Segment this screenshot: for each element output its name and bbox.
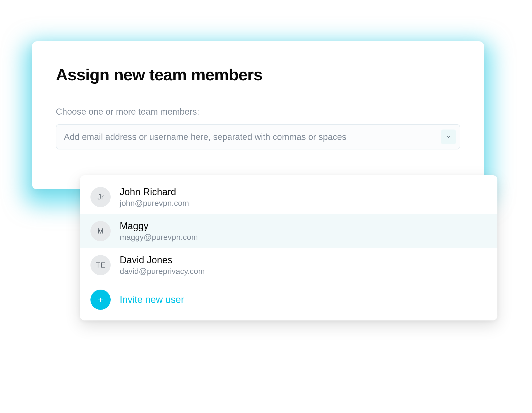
member-option[interactable]: M Maggy maggy@purevpn.com — [80, 214, 497, 248]
avatar: Jr — [90, 187, 111, 207]
member-name: David Jones — [120, 255, 205, 266]
avatar: TE — [90, 255, 111, 275]
member-text: John Richard john@purevpn.com — [120, 186, 189, 208]
member-name: Maggy — [120, 220, 198, 232]
invite-label: Invite new user — [120, 294, 184, 305]
member-option[interactable]: Jr John Richard john@purevpn.com — [80, 180, 497, 214]
avatar: M — [90, 221, 111, 241]
plus-icon: + — [90, 290, 111, 310]
member-text: Maggy maggy@purevpn.com — [120, 220, 198, 242]
card-subtitle: Choose one or more team members: — [56, 107, 460, 117]
member-option[interactable]: TE David Jones david@pureprivacy.com — [80, 248, 497, 282]
member-email: maggy@purevpn.com — [120, 233, 198, 242]
assign-members-card: Assign new team members Choose one or mo… — [32, 41, 484, 189]
member-name: John Richard — [120, 186, 189, 198]
invite-new-user-button[interactable]: + Invite new user — [80, 282, 497, 312]
dropdown-toggle-button[interactable] — [441, 130, 456, 144]
member-email: john@purevpn.com — [120, 199, 189, 208]
chevron-down-icon — [446, 134, 451, 140]
member-input-row — [56, 124, 460, 149]
member-input[interactable] — [64, 125, 441, 149]
member-text: David Jones david@pureprivacy.com — [120, 255, 205, 276]
card-title: Assign new team members — [56, 65, 460, 84]
member-dropdown-panel: Jr John Richard john@purevpn.com M Maggy… — [80, 175, 497, 320]
member-email: david@pureprivacy.com — [120, 267, 205, 276]
